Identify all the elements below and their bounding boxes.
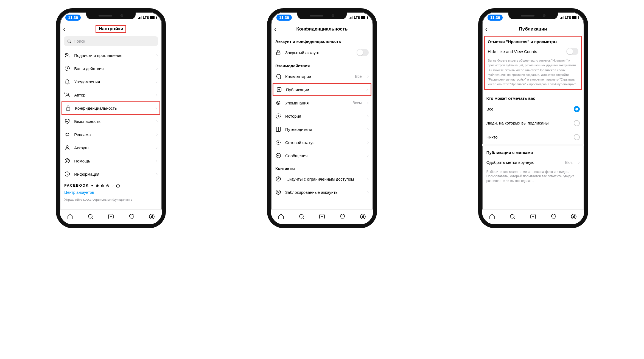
svg-rect-27 bbox=[277, 52, 280, 55]
tab-home[interactable] bbox=[278, 213, 284, 221]
section-tagged-posts: Публикации с метками bbox=[482, 146, 584, 156]
status-time: 11:36 bbox=[488, 15, 503, 21]
row-comments[interactable]: Комментарии Все › bbox=[271, 70, 373, 83]
row-security[interactable]: Безопасность › bbox=[60, 115, 162, 128]
notch bbox=[86, 12, 136, 19]
svg-line-13 bbox=[66, 159, 67, 160]
svg-line-14 bbox=[68, 162, 69, 163]
tab-create[interactable] bbox=[108, 213, 114, 221]
signal-icon bbox=[138, 16, 142, 19]
svg-point-36 bbox=[278, 142, 279, 143]
row-activity-status[interactable]: Сетевой статус › bbox=[271, 136, 373, 149]
svg-point-50 bbox=[362, 215, 364, 217]
svg-point-44 bbox=[299, 214, 303, 218]
svg-line-15 bbox=[68, 159, 69, 160]
row-info[interactable]: Информация › bbox=[60, 167, 162, 181]
footer-text: Управляйте кросс-сервисными функциями в bbox=[60, 197, 162, 202]
user-icon bbox=[64, 145, 70, 151]
radio-following[interactable]: Люди, на которых вы подписаны bbox=[482, 116, 584, 130]
chevron-right-icon: › bbox=[156, 53, 158, 58]
story-icon bbox=[275, 113, 281, 119]
back-button[interactable]: ‹ bbox=[63, 26, 65, 33]
row-posts[interactable]: Публикации › bbox=[273, 83, 371, 96]
svg-point-10 bbox=[66, 146, 68, 148]
hide-counts-label: Hide Like and View Counts bbox=[488, 49, 537, 54]
row-private-account[interactable]: Закрытый аккаунт bbox=[271, 45, 373, 60]
toggle-hide-counts[interactable] bbox=[566, 48, 578, 55]
section-likes-views: Отметки "Нравится" и просмотры bbox=[487, 38, 579, 46]
notch bbox=[297, 12, 347, 19]
row-guides[interactable]: Путеводители › bbox=[271, 123, 373, 136]
tab-profile[interactable] bbox=[360, 213, 366, 221]
search-input[interactable]: Поиск bbox=[64, 36, 158, 46]
status-icon bbox=[275, 139, 281, 145]
tab-bar bbox=[271, 209, 373, 224]
svg-point-0 bbox=[68, 40, 70, 42]
messenger-icon bbox=[275, 153, 281, 159]
shield-icon bbox=[64, 118, 70, 124]
battery-icon bbox=[361, 16, 368, 19]
hide-counts-desc: Вы не будете видеть общее число отметок … bbox=[487, 57, 579, 87]
tab-search[interactable] bbox=[298, 213, 305, 221]
back-button[interactable]: ‹ bbox=[485, 26, 487, 33]
phone-privacy: 11:36 LTE ‹ Конфиденциальность Аккаунт и… bbox=[267, 8, 377, 228]
radio-selected-icon bbox=[574, 106, 580, 112]
tab-search[interactable] bbox=[509, 213, 516, 221]
row-blocked[interactable]: Заблокированные аккаунты › bbox=[271, 186, 373, 199]
row-notifications[interactable]: Уведомления › bbox=[60, 75, 162, 88]
back-button[interactable]: ‹ bbox=[274, 26, 276, 33]
tab-home[interactable] bbox=[67, 213, 74, 221]
tab-home[interactable] bbox=[489, 213, 495, 221]
restricted-icon bbox=[275, 176, 281, 182]
svg-line-16 bbox=[66, 162, 67, 163]
row-ads[interactable]: Реклама › bbox=[60, 128, 162, 141]
tab-profile[interactable] bbox=[570, 213, 577, 221]
svg-line-39 bbox=[277, 178, 280, 181]
svg-point-51 bbox=[510, 214, 514, 218]
toggle-private[interactable] bbox=[357, 49, 369, 56]
row-mentions[interactable]: Упоминания Всем › bbox=[271, 96, 373, 109]
row-account[interactable]: Аккаунт › bbox=[60, 141, 162, 154]
svg-point-31 bbox=[278, 102, 279, 104]
clock-icon bbox=[64, 65, 70, 71]
tab-search[interactable] bbox=[87, 213, 94, 221]
row-activity[interactable]: Ваши действия › bbox=[60, 62, 162, 75]
svg-line-45 bbox=[303, 218, 304, 219]
tab-bar bbox=[482, 209, 584, 224]
row-restricted[interactable]: …каунты с ограниченным доступом › bbox=[271, 172, 373, 186]
row-messages[interactable]: Сообщения › bbox=[271, 149, 373, 162]
tab-activity[interactable] bbox=[339, 213, 346, 221]
svg-point-6 bbox=[67, 93, 69, 95]
tab-create[interactable] bbox=[530, 213, 536, 221]
row-story[interactable]: История › bbox=[271, 109, 373, 123]
svg-point-2 bbox=[66, 53, 68, 55]
meta-product-icons: ● ◉ ◐ ◎ ○ ◯ bbox=[91, 184, 121, 187]
radio-everyone[interactable]: Все bbox=[482, 102, 584, 116]
row-privacy[interactable]: Конфиденциальность › bbox=[61, 101, 160, 115]
section-account-privacy: Аккаунт и конфиденциальность bbox=[271, 35, 373, 45]
lifebuoy-icon bbox=[64, 158, 70, 164]
star-user-icon bbox=[64, 92, 70, 98]
tab-activity[interactable] bbox=[128, 213, 135, 221]
facebook-brand: FACEBOOK ● ◉ ◐ ◎ ○ ◯ bbox=[60, 181, 162, 189]
nav-header: ‹ Настройки bbox=[60, 23, 162, 35]
row-approve-tags[interactable]: Одобрять метки вручную Вкл. › bbox=[482, 156, 584, 169]
add-user-icon bbox=[64, 52, 70, 58]
network-label: LTE bbox=[354, 16, 360, 20]
svg-point-19 bbox=[67, 173, 68, 173]
blocked-icon bbox=[275, 189, 281, 195]
accounts-center-link[interactable]: Центр аккаунтов bbox=[60, 189, 162, 197]
tab-profile[interactable] bbox=[149, 213, 155, 221]
svg-point-57 bbox=[573, 215, 575, 217]
row-creator[interactable]: Автор › bbox=[60, 88, 162, 101]
signal-icon bbox=[349, 16, 353, 19]
row-subscriptions[interactable]: Подписки и приглашения › bbox=[60, 49, 162, 62]
lock-icon bbox=[275, 49, 281, 56]
tab-create[interactable] bbox=[319, 213, 325, 221]
megaphone-icon bbox=[64, 131, 70, 137]
radio-noone[interactable]: Никто bbox=[482, 130, 584, 144]
search-placeholder: Поиск bbox=[74, 39, 85, 43]
row-help[interactable]: Помощь › bbox=[60, 154, 162, 167]
tab-activity[interactable] bbox=[550, 213, 557, 221]
svg-line-21 bbox=[92, 218, 93, 219]
